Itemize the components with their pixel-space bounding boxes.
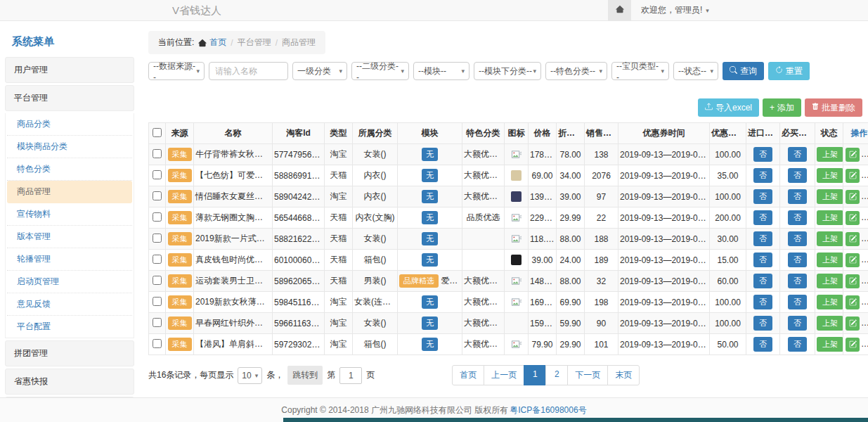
add-button[interactable]: + 添加 xyxy=(763,98,801,117)
item-type-select[interactable]: --宝贝类型--▾ xyxy=(611,62,669,80)
level1-category-select[interactable]: 一级分类▾ xyxy=(292,62,347,80)
status-button[interactable]: 上架 xyxy=(817,295,843,309)
row-checkbox[interactable] xyxy=(153,212,162,222)
sidebar-item-1-2[interactable]: 特色分类 xyxy=(7,158,132,181)
status-button[interactable]: 上架 xyxy=(817,210,843,225)
sidebar-section-2[interactable]: 拼团管理 xyxy=(5,340,134,366)
sidebar-section-3[interactable]: 省惠快报 xyxy=(5,369,134,395)
sidebar-item-1-9[interactable]: 平台配置 xyxy=(7,316,132,338)
breadcrumb-separator: / xyxy=(276,38,278,48)
edit-button[interactable] xyxy=(846,190,860,204)
sidebar-item-1-6[interactable]: 轮播管理 xyxy=(7,248,132,271)
edit-button[interactable] xyxy=(846,316,860,331)
status-button[interactable]: 上架 xyxy=(817,252,843,267)
imported-toggle[interactable]: 否 xyxy=(753,168,772,183)
row-checkbox[interactable] xyxy=(153,149,162,158)
breadcrumb-item[interactable]: 平台管理 xyxy=(238,37,271,49)
page-button-0[interactable]: 首页 xyxy=(452,365,484,385)
row-checkbox[interactable] xyxy=(153,255,162,264)
user-menu[interactable]: 欢迎您，管理员! ▾ xyxy=(631,4,719,16)
sidebar-section-1[interactable]: 平台管理 xyxy=(5,85,134,111)
imported-toggle[interactable]: 否 xyxy=(753,189,772,204)
reset-button[interactable]: 重置 xyxy=(768,62,810,80)
status-button[interactable]: 上架 xyxy=(817,274,843,288)
status-select[interactable]: --状态--▾ xyxy=(673,62,718,80)
row-checkbox[interactable] xyxy=(153,318,162,327)
must-buy-toggle[interactable]: 否 xyxy=(788,231,807,246)
search-button[interactable]: 查询 xyxy=(723,62,764,80)
icp-link[interactable]: 粤ICP备16098006号 xyxy=(510,404,586,416)
status-button[interactable]: 上架 xyxy=(817,337,843,352)
status-button[interactable]: 上架 xyxy=(817,231,843,246)
edit-button[interactable] xyxy=(846,253,860,267)
imported-toggle[interactable]: 否 xyxy=(753,274,772,288)
edit-button[interactable] xyxy=(846,148,860,162)
sidebar-section-4[interactable]: 消息管理 xyxy=(5,397,134,397)
row-checkbox[interactable] xyxy=(153,297,162,306)
sidebar-item-1-5[interactable]: 版本管理 xyxy=(7,226,132,248)
name-search-input[interactable] xyxy=(209,62,288,80)
must-buy-toggle[interactable]: 否 xyxy=(788,274,807,288)
row-checkbox[interactable] xyxy=(153,170,162,179)
imported-toggle[interactable]: 否 xyxy=(753,252,772,267)
sidebar-item-1-4[interactable]: 宣传物料 xyxy=(7,203,132,226)
imported-toggle[interactable]: 否 xyxy=(753,231,772,246)
imported-toggle[interactable]: 否 xyxy=(753,147,772,162)
select-all-checkbox[interactable] xyxy=(153,128,162,137)
edit-button[interactable] xyxy=(846,232,860,246)
must-buy-toggle[interactable]: 否 xyxy=(788,168,807,183)
status-button[interactable]: 上架 xyxy=(817,189,843,204)
imported-toggle[interactable]: 否 xyxy=(753,337,772,352)
jump-prefix: 第 xyxy=(327,369,335,381)
edit-button[interactable] xyxy=(846,169,860,183)
level2-category-select[interactable]: --二级分类--▾ xyxy=(351,62,409,80)
module-select[interactable]: --模块--▾ xyxy=(413,62,469,80)
must-buy-toggle[interactable]: 否 xyxy=(788,147,807,162)
feature-category-select[interactable]: --特色分类--▾ xyxy=(545,62,607,80)
source-badge: 采集 xyxy=(168,190,192,203)
per-page-select[interactable]: 10 ▾ xyxy=(238,367,262,384)
refresh-icon xyxy=(775,66,783,76)
edit-button[interactable] xyxy=(846,338,860,352)
status-button[interactable]: 上架 xyxy=(817,316,843,331)
row-checkbox[interactable] xyxy=(153,276,162,285)
row-checkbox[interactable] xyxy=(153,339,162,348)
sidebar-item-1-0[interactable]: 商品分类 xyxy=(7,113,132,136)
sidebar-item-1-3[interactable]: 商品管理 xyxy=(7,181,132,203)
batch-delete-button[interactable]: 批量删除 xyxy=(805,98,862,117)
status-button[interactable]: 上架 xyxy=(817,147,843,162)
jump-page-input[interactable] xyxy=(339,367,362,384)
jump-button[interactable]: 跳转到 xyxy=(287,366,323,385)
sidebar-item-1-1[interactable]: 模块商品分类 xyxy=(7,136,132,158)
imported-toggle[interactable]: 否 xyxy=(753,316,772,331)
page-button-3[interactable]: 2 xyxy=(545,365,568,385)
must-buy-toggle[interactable]: 否 xyxy=(788,337,807,352)
must-buy-toggle[interactable]: 否 xyxy=(788,295,807,309)
home-button[interactable] xyxy=(608,0,631,20)
edit-button[interactable] xyxy=(846,211,860,225)
data-source-select[interactable]: --数据来源--▾ xyxy=(148,62,205,80)
imported-toggle[interactable]: 否 xyxy=(753,295,772,309)
page-button-2[interactable]: 1 xyxy=(524,365,546,385)
page-button-5[interactable]: 末页 xyxy=(607,365,640,385)
imported-toggle[interactable]: 否 xyxy=(753,210,772,225)
sidebar-section-0[interactable]: 用户管理 xyxy=(5,57,134,83)
must-buy-toggle[interactable]: 否 xyxy=(788,210,807,225)
page-button-1[interactable]: 上一页 xyxy=(484,365,524,385)
page-button-4[interactable]: 下一页 xyxy=(567,365,608,385)
row-checkbox[interactable] xyxy=(153,234,162,243)
sidebar-item-1-7[interactable]: 启动页管理 xyxy=(7,271,132,293)
must-buy-toggle[interactable]: 否 xyxy=(788,252,807,267)
module-subcategory-select[interactable]: --模块下分类--▾ xyxy=(474,62,541,80)
breadcrumb-home-link[interactable]: 首页 xyxy=(198,37,226,49)
sidebar-item-1-8[interactable]: 意见反馈 xyxy=(7,293,132,316)
edit-button[interactable] xyxy=(846,295,860,309)
caret-down-icon: ▾ xyxy=(661,68,664,75)
row-checkbox[interactable] xyxy=(153,191,162,200)
must-buy-toggle[interactable]: 否 xyxy=(788,316,807,331)
caret-down-icon: ▾ xyxy=(461,68,465,75)
import-excel-button[interactable]: 导入excel xyxy=(698,98,759,117)
status-button[interactable]: 上架 xyxy=(817,168,843,183)
must-buy-toggle[interactable]: 否 xyxy=(788,189,807,204)
edit-button[interactable] xyxy=(846,274,860,288)
